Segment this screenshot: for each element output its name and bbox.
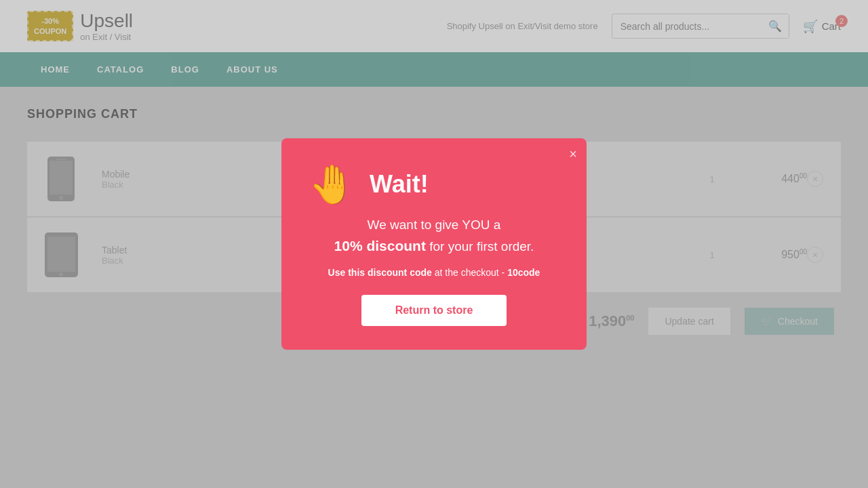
hand-stop-icon: 🤚 bbox=[309, 165, 356, 203]
modal-discount-highlight: 10% discount bbox=[334, 238, 426, 253]
modal-body-line2: for your first order. bbox=[429, 239, 534, 253]
return-to-store-button[interactable]: Return to store bbox=[361, 295, 507, 326]
modal-close-button[interactable]: × bbox=[569, 146, 577, 162]
discount-code: 10code bbox=[507, 267, 540, 278]
discount-at: at the checkout - bbox=[435, 267, 505, 278]
modal-header: 🤚 Wait! bbox=[309, 165, 559, 203]
discount-intro: Use this discount code bbox=[328, 267, 432, 278]
modal-body: We want to give YOU a 10% discount for y… bbox=[309, 216, 559, 256]
modal-discount-line: Use this discount code at the checkout -… bbox=[309, 267, 559, 278]
overlay: × 🤚 Wait! We want to give YOU a 10% disc… bbox=[0, 0, 868, 488]
wait-label: Wait! bbox=[370, 170, 429, 199]
modal-body-line1: We want to give YOU a bbox=[368, 218, 501, 232]
modal: × 🤚 Wait! We want to give YOU a 10% disc… bbox=[281, 138, 587, 350]
